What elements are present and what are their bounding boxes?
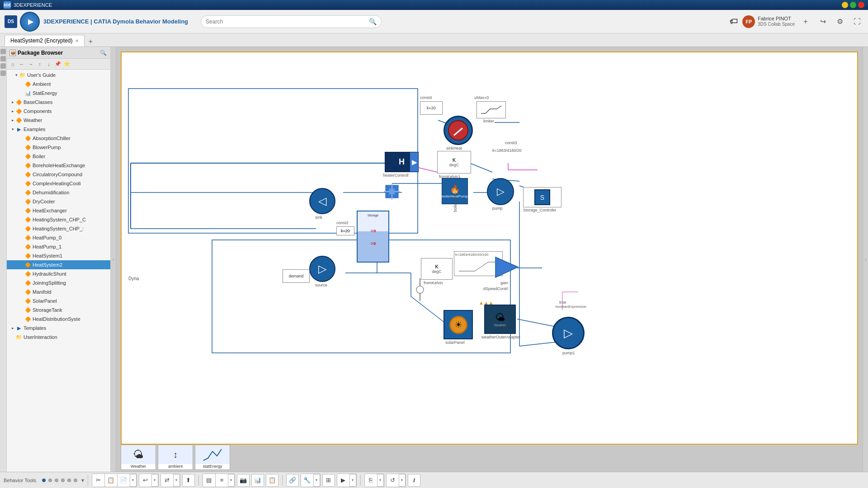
add-button[interactable]: + bbox=[799, 15, 812, 28]
tree-item-hp0[interactable]: 🔶 HeatPump_0 bbox=[7, 233, 110, 242]
tree-item-statenergy[interactable]: 📊 StatEnergy bbox=[7, 89, 110, 98]
connect-button[interactable]: 🔗 bbox=[286, 474, 299, 487]
transform-button[interactable]: ↺ bbox=[387, 474, 399, 487]
undo-button[interactable]: ↩ bbox=[139, 474, 152, 487]
sensor-block[interactable] bbox=[415, 278, 425, 302]
sidebar-tool-1[interactable] bbox=[0, 49, 6, 54]
undo-dropdown[interactable]: ▾ bbox=[152, 474, 158, 487]
weatherouteradapter-block[interactable]: 🌤 Weather bbox=[484, 305, 516, 334]
gain-block[interactable] bbox=[493, 255, 520, 280]
tree-item-manifold[interactable]: 🔶 Manifold bbox=[7, 287, 110, 296]
info-button[interactable]: I bbox=[408, 474, 420, 487]
pb-up-btn[interactable]: ↑ bbox=[36, 60, 44, 68]
paste-button[interactable]: 📄 bbox=[118, 474, 130, 487]
tree-item-user-root[interactable]: ▾ 📁 User's Guide bbox=[7, 70, 110, 80]
tree-item-templates[interactable]: ▸ ▶ Templates bbox=[7, 324, 110, 333]
tree-item-hschp1[interactable]: 🔶 HeatingSystem_CHP_: bbox=[7, 224, 110, 233]
play-button[interactable] bbox=[20, 12, 40, 32]
heatercontrol-block[interactable]: H ▶ bbox=[385, 152, 419, 172]
page-nav-icon[interactable]: ▾ bbox=[81, 477, 84, 483]
copy2-dropdown[interactable]: ▾ bbox=[377, 474, 384, 487]
tree-item-complexheating[interactable]: 🔶 ComplexHeatingCooli bbox=[7, 179, 110, 188]
search-bar[interactable]: 🔍 bbox=[201, 15, 382, 28]
fromkelvin2-block[interactable]: K degC bbox=[421, 258, 453, 280]
page-dot-6[interactable] bbox=[74, 479, 77, 482]
tag-icon[interactable]: 🏷 bbox=[730, 17, 738, 26]
minimize-button[interactable] bbox=[842, 2, 848, 8]
tree-item-borehole[interactable]: 🔶 BoreholeHeatExchange bbox=[7, 161, 110, 170]
tree-item-baseclasses[interactable]: ▸ 🔶 BaseClasses bbox=[7, 98, 110, 107]
add-tab-button[interactable]: + bbox=[85, 37, 95, 47]
view-button[interactable]: ▤ bbox=[203, 474, 216, 487]
view-dropdown[interactable]: ▾ bbox=[228, 474, 235, 487]
tree-item-joining[interactable]: 🔶 JoiningSplitting bbox=[7, 278, 110, 287]
pump1-block[interactable]: ▷ bbox=[552, 317, 585, 349]
pb-home-btn[interactable]: ⌂ bbox=[9, 60, 17, 68]
fullscreen-button[interactable]: ⛶ bbox=[851, 15, 863, 28]
sink-block[interactable]: ◁ bbox=[309, 188, 335, 214]
pb-pin-btn[interactable]: 📌 bbox=[54, 60, 62, 68]
sinkheat-block[interactable] bbox=[443, 116, 473, 145]
thumb-statenergy[interactable]: statEnergy bbox=[195, 445, 230, 470]
tree-item-hschp0[interactable]: 🔶 HeatingSystem_CHP_C bbox=[7, 215, 110, 224]
source-block[interactable]: ▷ bbox=[309, 256, 335, 282]
tree-item-hs1[interactable]: 🔶 HeatSystem1 bbox=[7, 251, 110, 260]
tree-item-userinteraction[interactable]: 📁 UserInteraction bbox=[7, 333, 110, 342]
cut-button[interactable]: ✂ bbox=[92, 474, 105, 487]
page-dot-4[interactable] bbox=[61, 479, 65, 482]
maximize-button[interactable] bbox=[850, 2, 856, 8]
tree-item-drycooler[interactable]: 🔶 DryCooler bbox=[7, 197, 110, 206]
limiter-block[interactable] bbox=[476, 101, 506, 118]
junction-block[interactable] bbox=[384, 183, 400, 200]
tab-close-icon[interactable]: ✕ bbox=[75, 38, 79, 43]
page-dot-3[interactable] bbox=[55, 479, 58, 482]
sidebar-tool-3[interactable] bbox=[0, 63, 6, 69]
search-input[interactable] bbox=[206, 19, 369, 25]
tree-item-dehumid[interactable]: 🔶 Dehumidification bbox=[7, 188, 110, 197]
copy2-button[interactable]: ⎘ bbox=[365, 474, 377, 487]
close-button[interactable] bbox=[858, 2, 864, 8]
tree-item-heatdist[interactable]: 🔶 HeatDistributionSyste bbox=[7, 314, 110, 324]
tree-item-hydraulicshunt[interactable]: 🔶 HydraulicShunt bbox=[7, 269, 110, 278]
pb-star-btn[interactable]: ⭐ bbox=[63, 60, 71, 68]
copy-button[interactable]: 📋 bbox=[105, 474, 118, 487]
move-dropdown[interactable]: ▾ bbox=[174, 474, 180, 487]
right-edge[interactable]: › bbox=[863, 47, 868, 472]
page-dot-5[interactable] bbox=[67, 479, 71, 482]
tree-item-stroragetank[interactable]: 🔶 StrorageTank bbox=[7, 305, 110, 314]
transform-dropdown[interactable]: ▾ bbox=[399, 474, 406, 487]
page-dot-2[interactable] bbox=[48, 479, 52, 482]
simulate-button[interactable]: ▶ bbox=[337, 474, 350, 487]
list-button[interactable]: ≡ bbox=[216, 474, 228, 487]
const2-block[interactable]: k=20 bbox=[336, 226, 354, 235]
arrange-button[interactable]: ⊞ bbox=[322, 474, 335, 487]
tree-item-components[interactable]: ▸ 🔶 Components bbox=[7, 107, 110, 116]
export-button[interactable]: ⬆ bbox=[182, 474, 195, 487]
paste-dropdown[interactable]: ▾ bbox=[130, 474, 137, 487]
tree-item-hp1[interactable]: 🔶 HeatPump_1 bbox=[7, 242, 110, 251]
settings-button[interactable]: ⚙ bbox=[834, 15, 846, 28]
share-button[interactable]: ↪ bbox=[816, 15, 829, 28]
move-button[interactable]: ⇄ bbox=[161, 474, 174, 487]
page-dot-1[interactable] bbox=[42, 479, 46, 482]
tree-item-blowerpump[interactable]: 🔶 BlowerPump bbox=[7, 143, 110, 152]
solarpanel-block[interactable]: ☀ bbox=[443, 310, 473, 339]
tree-item-weather[interactable]: ▸ 🔶 Weather bbox=[7, 116, 110, 125]
sidebar-tool-2[interactable] bbox=[0, 56, 6, 61]
camera-button[interactable]: 📷 bbox=[237, 474, 250, 487]
table-button[interactable]: 📋 bbox=[266, 474, 278, 487]
const4-block[interactable]: k=20 bbox=[420, 101, 443, 115]
tree-item-absorptionchiller[interactable]: 🔶 AbsorptionChiller bbox=[7, 134, 110, 143]
pb-search-button[interactable]: 🔍 bbox=[99, 49, 108, 57]
collapse-handle[interactable]: ‹ bbox=[111, 47, 116, 472]
tree-item-hs2[interactable]: 🔶 HeatSystem2 bbox=[7, 260, 110, 269]
tree-item-solarpanel[interactable]: 🔶 SolarPanel bbox=[7, 296, 110, 305]
tool-button-1[interactable]: 🔧 bbox=[301, 474, 314, 487]
pb-nav-right[interactable]: → bbox=[27, 60, 35, 68]
demand-block[interactable]: demand bbox=[283, 269, 310, 283]
simulate-dropdown[interactable]: ▾ bbox=[350, 474, 356, 487]
chart-button[interactable]: 📊 bbox=[251, 474, 264, 487]
pb-down-btn[interactable]: ↓ bbox=[45, 60, 53, 68]
tools-dropdown[interactable]: ▾ bbox=[314, 474, 320, 487]
tree-item-boiler[interactable]: 🔶 Boiler bbox=[7, 152, 110, 161]
